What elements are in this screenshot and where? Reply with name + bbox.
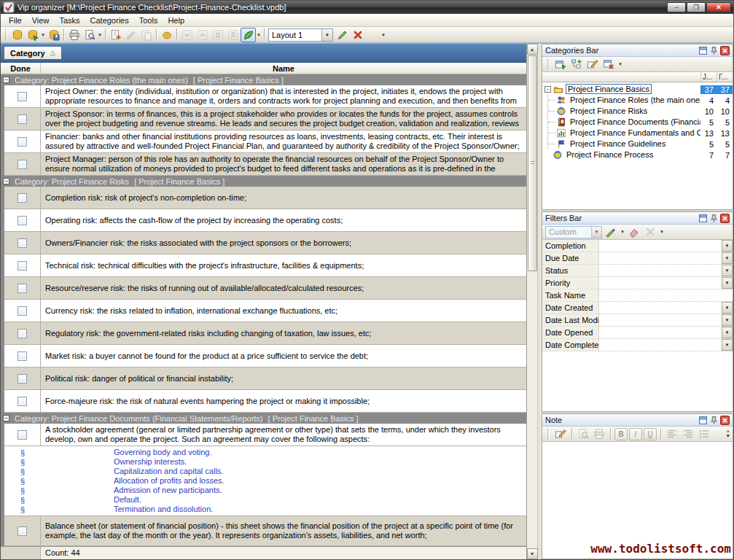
- task-checkbox[interactable]: [17, 238, 27, 248]
- bullet-text[interactable]: Capitalization and capital calls.: [41, 467, 223, 476]
- category-tree-item[interactable]: Project Finance Guidelines55: [542, 139, 733, 149]
- filter-dropdown-icon[interactable]: ▼: [722, 302, 733, 314]
- print-preview-dropdown-icon[interactable]: ▼: [97, 33, 103, 37]
- menu-item-tasks[interactable]: Tasks: [54, 15, 85, 26]
- task-row[interactable]: A stockholder agreement (general or limi…: [4, 424, 526, 446]
- panel-close-icon[interactable]: [720, 214, 730, 222]
- task-checkbox[interactable]: [17, 137, 27, 147]
- new-category-button[interactable]: [553, 58, 568, 71]
- menu-item-view[interactable]: View: [27, 15, 55, 26]
- panel-position-icon[interactable]: [698, 214, 708, 222]
- align-right-button[interactable]: [681, 427, 695, 440]
- category-tree-item[interactable]: -Project Finance Basics3737: [542, 84, 733, 95]
- filter-value-field[interactable]: [599, 302, 722, 314]
- panel-pin-icon[interactable]: [709, 46, 719, 55]
- add-task-button[interactable]: [108, 28, 123, 42]
- task-checkbox[interactable]: [17, 114, 27, 124]
- complete-task-button[interactable]: [159, 28, 174, 42]
- scroll-up-button[interactable]: ▲: [527, 44, 538, 55]
- filters-overflow-icon[interactable]: ▼: [659, 230, 665, 234]
- filter-dropdown-icon[interactable]: ▼: [722, 327, 733, 338]
- note-content[interactable]: [542, 442, 733, 559]
- edit-task-button[interactable]: [123, 28, 138, 42]
- italic-button[interactable]: I: [629, 428, 642, 440]
- move-to-bottom-button[interactable]: [210, 28, 225, 42]
- note-toolbar-grip[interactable]: [547, 429, 550, 440]
- task-row[interactable]: Owners/Financier risk: the risks associa…: [4, 232, 526, 254]
- task-row[interactable]: Project Manager: person of this role has…: [4, 153, 526, 176]
- task-checkbox[interactable]: [17, 193, 27, 203]
- toolbar-overflow-button[interactable]: [365, 28, 380, 42]
- apply-filter-dropdown-icon[interactable]: ▼: [620, 230, 625, 234]
- bullet-text[interactable]: Termination and dissolution.: [41, 505, 213, 514]
- bullet-text[interactable]: Allocation of profits and losses.: [41, 476, 225, 486]
- bullet-text[interactable]: Ownership interests.: [41, 457, 187, 467]
- task-row[interactable]: Operating risk: affects the cash-flow of…: [4, 209, 526, 232]
- tree-expand-icon[interactable]: -: [544, 86, 551, 93]
- menu-item-file[interactable]: File: [4, 15, 27, 26]
- task-row[interactable]: Force-majeure risk: the risk of natural …: [4, 390, 526, 413]
- filter-value-field[interactable]: [599, 277, 722, 289]
- bold-button[interactable]: B: [614, 428, 628, 440]
- filter-dropdown-icon[interactable]: ▼: [722, 252, 733, 264]
- scroll-down-button[interactable]: ▼: [527, 548, 538, 559]
- task-checkbox[interactable]: [17, 92, 27, 101]
- layout-combo-dropdown-icon[interactable]: ▼: [321, 29, 332, 41]
- filter-value-field[interactable]: [599, 265, 722, 276]
- apply-filter-button[interactable]: [604, 225, 618, 238]
- underline-button[interactable]: U: [644, 428, 657, 440]
- bullet-text[interactable]: Governing body and voting.: [41, 448, 212, 457]
- delete-layout-button[interactable]: [350, 28, 365, 42]
- task-row[interactable]: Project Owner: the entity (individual, i…: [4, 85, 526, 108]
- collapse-icon[interactable]: −: [3, 415, 9, 421]
- menu-item-help[interactable]: Help: [163, 15, 190, 26]
- category-tree-item[interactable]: Project Finance Fundamentals and Control…: [542, 128, 733, 139]
- task-row[interactable]: Balance sheet (or statement of financial…: [4, 516, 526, 546]
- bullet-text[interactable]: Admission of new participants.: [41, 486, 222, 495]
- category-tree-item[interactable]: Project Finance Roles (the main ones)44: [542, 95, 733, 106]
- column-header-done[interactable]: Done: [1, 63, 41, 74]
- move-to-top-button[interactable]: [225, 28, 241, 42]
- filter-value-field[interactable]: [599, 327, 722, 338]
- task-checkbox[interactable]: [17, 526, 27, 536]
- restore-button[interactable]: ❐: [687, 2, 706, 12]
- category-header[interactable]: −Category: Project Finance Documents (Fi…: [1, 413, 526, 424]
- task-row[interactable]: Political risk: danger of political or f…: [4, 368, 526, 390]
- panel-position-icon[interactable]: [698, 416, 708, 424]
- new-database-button[interactable]: [9, 28, 25, 42]
- panel-close-icon[interactable]: [720, 46, 730, 55]
- category-header[interactable]: −Category: Project Finance Risks[ Projec…: [1, 176, 526, 187]
- categories-count-col2-header[interactable]: Г...: [717, 72, 733, 82]
- move-down-button[interactable]: [179, 28, 195, 42]
- filter-preset-combo[interactable]: Custom ▼: [545, 226, 602, 238]
- view-style-button[interactable]: [241, 28, 256, 42]
- filter-dropdown-icon[interactable]: ▼: [722, 339, 733, 351]
- view-style-dropdown-icon[interactable]: ▼: [256, 33, 262, 37]
- category-tree-item[interactable]: Project Finance Risks1010: [542, 106, 733, 117]
- layout-combo[interactable]: Layout 1▼: [268, 28, 333, 42]
- categories-overflow-icon[interactable]: ▼: [617, 62, 623, 66]
- task-checkbox[interactable]: [17, 306, 27, 316]
- task-checkbox[interactable]: [17, 216, 27, 225]
- category-tree-item[interactable]: Project Finance Documents (Financial Sta…: [542, 117, 733, 128]
- task-checkbox[interactable]: [17, 329, 27, 338]
- minimize-button[interactable]: –: [667, 2, 686, 12]
- bullet-text[interactable]: Default.: [41, 495, 141, 505]
- delete-category-button[interactable]: [601, 58, 616, 71]
- panel-pin-icon[interactable]: [709, 214, 719, 222]
- category-tree-item[interactable]: Project Finance Process77: [542, 149, 733, 160]
- filter-value-field[interactable]: [599, 252, 722, 264]
- collapse-icon[interactable]: −: [3, 77, 9, 83]
- close-button[interactable]: ✕: [706, 2, 731, 12]
- task-row[interactable]: Currency risk: the risks related to infl…: [4, 300, 526, 322]
- filter-value-field[interactable]: [599, 240, 722, 252]
- print-preview-button[interactable]: [82, 28, 97, 42]
- task-row[interactable]: Project Sponsor: in terms of finances, t…: [4, 108, 526, 131]
- categories-count-col1-header[interactable]: J...: [700, 72, 717, 82]
- clear-filter-button[interactable]: [627, 225, 641, 238]
- filter-value-field[interactable]: [599, 314, 722, 326]
- menu-item-tools[interactable]: Tools: [134, 15, 163, 26]
- filter-dropdown-icon[interactable]: ▼: [722, 314, 733, 326]
- new-subcategory-button[interactable]: [569, 58, 584, 71]
- task-row[interactable]: Resource/reserve risk: the risks of runn…: [4, 277, 526, 300]
